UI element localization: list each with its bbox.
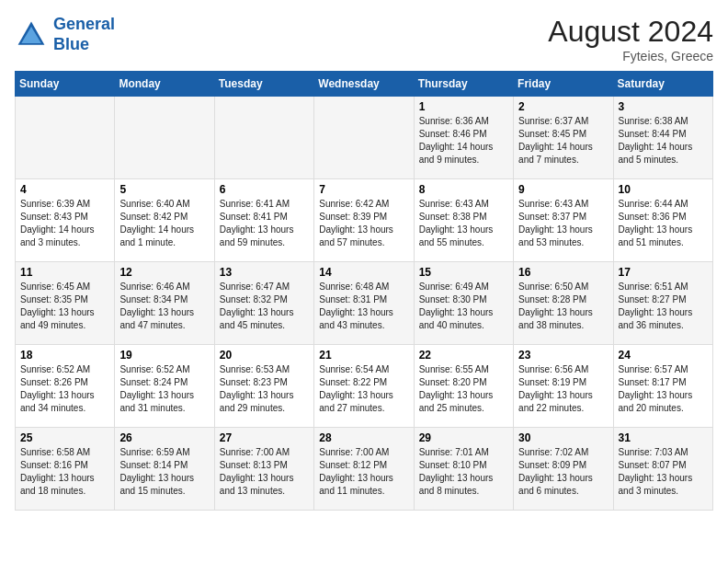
day-number: 5: [119, 183, 209, 196]
calendar-cell: 9Sunrise: 6:43 AM Sunset: 8:37 PM Daylig…: [514, 179, 613, 262]
calendar-cell: 20Sunrise: 6:53 AM Sunset: 8:23 PM Dayli…: [214, 345, 313, 428]
location: Fyteies, Greece: [548, 49, 713, 63]
header-wednesday: Wednesday: [314, 72, 414, 97]
day-info: Sunrise: 6:42 AM Sunset: 8:39 PM Dayligh…: [319, 198, 408, 249]
calendar-cell: 1Sunrise: 6:36 AM Sunset: 8:46 PM Daylig…: [414, 97, 513, 179]
day-number: 29: [419, 431, 508, 444]
calendar-cell: 21Sunrise: 6:54 AM Sunset: 8:22 PM Dayli…: [314, 345, 414, 428]
calendar-cell: 6Sunrise: 6:41 AM Sunset: 8:41 PM Daylig…: [214, 179, 313, 262]
day-info: Sunrise: 6:51 AM Sunset: 8:27 PM Dayligh…: [619, 281, 708, 332]
day-number: 24: [619, 349, 708, 362]
calendar-cell: 30Sunrise: 7:02 AM Sunset: 8:09 PM Dayli…: [514, 428, 613, 511]
day-number: 8: [419, 183, 508, 196]
calendar-cell: 8Sunrise: 6:43 AM Sunset: 8:38 PM Daylig…: [414, 179, 513, 262]
month-year: August 2024: [548, 15, 713, 49]
page-header: General Blue August 2024 Fyteies, Greece: [15, 15, 713, 63]
day-number: 21: [319, 349, 408, 362]
day-number: 2: [518, 100, 608, 113]
day-info: Sunrise: 6:41 AM Sunset: 8:41 PM Dayligh…: [220, 198, 309, 249]
day-info: Sunrise: 6:54 AM Sunset: 8:22 PM Dayligh…: [319, 363, 408, 415]
day-number: 3: [619, 100, 708, 113]
day-info: Sunrise: 6:43 AM Sunset: 8:37 PM Dayligh…: [518, 198, 608, 249]
calendar-cell: 24Sunrise: 6:57 AM Sunset: 8:17 PM Dayli…: [613, 345, 712, 428]
calendar-cell: 10Sunrise: 6:44 AM Sunset: 8:36 PM Dayli…: [613, 179, 712, 262]
day-info: Sunrise: 6:56 AM Sunset: 8:19 PM Dayligh…: [518, 363, 608, 415]
day-number: 9: [518, 183, 608, 196]
calendar-cell: 18Sunrise: 6:52 AM Sunset: 8:26 PM Dayli…: [16, 345, 115, 428]
calendar-cell: 5Sunrise: 6:40 AM Sunset: 8:42 PM Daylig…: [115, 179, 214, 262]
day-number: 23: [518, 349, 608, 362]
logo-line1: General: [53, 15, 115, 33]
calendar-cell: [16, 97, 115, 179]
day-info: Sunrise: 6:38 AM Sunset: 8:44 PM Dayligh…: [619, 115, 708, 167]
day-number: 26: [119, 431, 209, 444]
day-number: 10: [619, 183, 708, 196]
day-number: 27: [220, 431, 309, 444]
header-tuesday: Tuesday: [214, 72, 313, 97]
calendar-cell: 25Sunrise: 6:58 AM Sunset: 8:16 PM Dayli…: [16, 428, 115, 511]
day-info: Sunrise: 7:03 AM Sunset: 8:07 PM Dayligh…: [619, 446, 708, 498]
day-number: 1: [419, 100, 508, 113]
logo: General Blue: [15, 15, 115, 54]
day-info: Sunrise: 6:55 AM Sunset: 8:20 PM Dayligh…: [419, 363, 508, 415]
logo-line2: Blue: [53, 35, 89, 53]
day-info: Sunrise: 6:37 AM Sunset: 8:45 PM Dayligh…: [518, 115, 608, 167]
calendar-cell: 29Sunrise: 7:01 AM Sunset: 8:10 PM Dayli…: [414, 428, 513, 511]
day-number: 15: [419, 266, 508, 279]
calendar-cell: 4Sunrise: 6:39 AM Sunset: 8:43 PM Daylig…: [16, 179, 115, 262]
calendar-cell: 27Sunrise: 7:00 AM Sunset: 8:13 PM Dayli…: [214, 428, 313, 511]
day-info: Sunrise: 6:45 AM Sunset: 8:35 PM Dayligh…: [20, 281, 109, 332]
calendar-cell: 28Sunrise: 7:00 AM Sunset: 8:12 PM Dayli…: [314, 428, 414, 511]
calendar-cell: 26Sunrise: 6:59 AM Sunset: 8:14 PM Dayli…: [115, 428, 214, 511]
day-info: Sunrise: 6:49 AM Sunset: 8:30 PM Dayligh…: [419, 281, 508, 332]
day-number: 4: [20, 183, 109, 196]
day-info: Sunrise: 7:00 AM Sunset: 8:13 PM Dayligh…: [220, 446, 309, 498]
day-number: 25: [20, 431, 109, 444]
calendar-cell: 17Sunrise: 6:51 AM Sunset: 8:27 PM Dayli…: [613, 262, 712, 345]
day-info: Sunrise: 6:53 AM Sunset: 8:23 PM Dayligh…: [220, 363, 309, 415]
day-info: Sunrise: 6:48 AM Sunset: 8:31 PM Dayligh…: [319, 281, 408, 332]
day-info: Sunrise: 6:47 AM Sunset: 8:32 PM Dayligh…: [220, 281, 309, 332]
day-info: Sunrise: 6:52 AM Sunset: 8:26 PM Dayligh…: [20, 363, 109, 415]
calendar-cell: 3Sunrise: 6:38 AM Sunset: 8:44 PM Daylig…: [613, 97, 712, 179]
day-number: 11: [20, 266, 109, 279]
day-info: Sunrise: 6:52 AM Sunset: 8:24 PM Dayligh…: [119, 363, 209, 415]
calendar-week-4: 18Sunrise: 6:52 AM Sunset: 8:26 PM Dayli…: [16, 345, 713, 428]
day-number: 13: [220, 266, 309, 279]
day-info: Sunrise: 6:59 AM Sunset: 8:14 PM Dayligh…: [119, 446, 209, 498]
day-number: 30: [518, 431, 608, 444]
day-number: 31: [619, 431, 708, 444]
calendar-cell: 14Sunrise: 6:48 AM Sunset: 8:31 PM Dayli…: [314, 262, 414, 345]
calendar-cell: 2Sunrise: 6:37 AM Sunset: 8:45 PM Daylig…: [514, 97, 613, 179]
day-number: 18: [20, 349, 109, 362]
calendar-week-5: 25Sunrise: 6:58 AM Sunset: 8:16 PM Dayli…: [16, 428, 713, 511]
day-number: 7: [319, 183, 408, 196]
logo-text: General Blue: [53, 15, 115, 54]
calendar-cell: 19Sunrise: 6:52 AM Sunset: 8:24 PM Dayli…: [115, 345, 214, 428]
calendar-week-2: 4Sunrise: 6:39 AM Sunset: 8:43 PM Daylig…: [16, 179, 713, 262]
day-info: Sunrise: 6:40 AM Sunset: 8:42 PM Dayligh…: [119, 198, 209, 249]
day-info: Sunrise: 6:39 AM Sunset: 8:43 PM Dayligh…: [20, 198, 109, 249]
day-number: 22: [419, 349, 508, 362]
calendar-table: SundayMondayTuesdayWednesdayThursdayFrid…: [15, 71, 713, 511]
day-info: Sunrise: 6:57 AM Sunset: 8:17 PM Dayligh…: [619, 363, 708, 415]
day-number: 12: [119, 266, 209, 279]
day-info: Sunrise: 6:36 AM Sunset: 8:46 PM Dayligh…: [419, 115, 508, 167]
day-number: 17: [619, 266, 708, 279]
calendar-cell: 23Sunrise: 6:56 AM Sunset: 8:19 PM Dayli…: [514, 345, 613, 428]
day-info: Sunrise: 6:43 AM Sunset: 8:38 PM Dayligh…: [419, 198, 508, 249]
title-block: August 2024 Fyteies, Greece: [548, 15, 713, 63]
header-sunday: Sunday: [16, 72, 115, 97]
header-saturday: Saturday: [613, 72, 712, 97]
calendar-cell: [314, 97, 414, 179]
day-number: 28: [319, 431, 408, 444]
day-number: 14: [319, 266, 408, 279]
header-thursday: Thursday: [414, 72, 513, 97]
header-monday: Monday: [115, 72, 214, 97]
calendar-cell: 11Sunrise: 6:45 AM Sunset: 8:35 PM Dayli…: [16, 262, 115, 345]
header-friday: Friday: [514, 72, 613, 97]
calendar-cell: [214, 97, 313, 179]
day-info: Sunrise: 7:00 AM Sunset: 8:12 PM Dayligh…: [319, 446, 408, 498]
calendar-cell: [115, 97, 214, 179]
day-number: 20: [220, 349, 309, 362]
